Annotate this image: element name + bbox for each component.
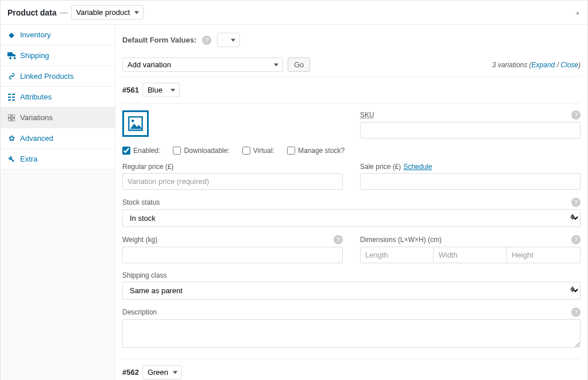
help-icon[interactable]: ? [571, 110, 581, 120]
attributes-icon [7, 94, 16, 101]
tab-variations[interactable]: Variations [1, 108, 115, 128]
stock-status-label: Stock status [122, 198, 160, 206]
tab-label: Variations [20, 113, 53, 122]
wrench-icon [7, 156, 16, 163]
description-label: Description [122, 308, 157, 316]
svg-rect-0 [8, 94, 11, 95]
add-variation-select[interactable]: Add variation [122, 57, 283, 72]
tab-linked-products[interactable]: Linked Products [1, 66, 115, 87]
shipping-icon [7, 52, 16, 59]
enabled-checkbox[interactable] [122, 147, 130, 155]
panel-collapse-toggle[interactable]: ▲ [575, 9, 581, 16]
tab-extra[interactable]: Extra [1, 149, 115, 170]
length-input[interactable] [360, 247, 434, 263]
expand-link[interactable]: Expand [532, 61, 555, 69]
svg-rect-7 [12, 114, 15, 117]
height-input[interactable] [507, 247, 581, 263]
link-icon [7, 72, 16, 80]
svg-rect-2 [8, 97, 11, 98]
schedule-link[interactable]: Schedule [403, 163, 432, 171]
tab-advanced[interactable]: ✿ Advanced [1, 128, 115, 149]
virtual-checkbox[interactable] [242, 147, 250, 155]
tab-label: Advanced [20, 134, 53, 143]
help-icon[interactable]: ? [571, 198, 581, 207]
panel-header: Product data — Variable product : ▲ [1, 1, 587, 25]
default-form-values-label: Default Form Values: [122, 36, 196, 44]
svg-rect-8 [8, 118, 11, 121]
manage-stock-checkbox[interactable] [287, 147, 295, 155]
sku-input[interactable] [360, 122, 581, 139]
variation-attribute-select[interactable]: Green [142, 365, 182, 379]
virtual-checkbox-label[interactable]: Virtual: [242, 147, 274, 155]
regular-price-input[interactable] [122, 173, 343, 190]
panel-title: Product data [7, 8, 57, 17]
downloadable-checkbox-label[interactable]: Downloadable: [173, 147, 229, 155]
variation-attribute-select[interactable]: Blue [142, 83, 180, 97]
close-link[interactable]: Close [560, 61, 578, 69]
variation-image-placeholder[interactable] [122, 110, 149, 137]
regular-price-label: Regular price (£) [122, 163, 173, 171]
weight-label: Weight (kg) [122, 236, 157, 244]
tab-label: Inventory [20, 30, 51, 39]
inventory-icon: ◆ [7, 30, 16, 39]
width-input[interactable] [434, 247, 507, 263]
stock-status-select[interactable]: In stock [122, 209, 581, 227]
svg-rect-5 [12, 99, 15, 101]
sale-price-input[interactable] [360, 173, 581, 190]
weight-input[interactable] [122, 247, 343, 263]
tab-attributes[interactable]: Attributes [1, 87, 115, 108]
shipping-class-select[interactable]: Same as parent [122, 282, 581, 300]
help-icon[interactable]: ? [202, 36, 211, 45]
sale-price-label: Sale price (£) [360, 163, 401, 171]
dimensions-label: Dimensions (L×W×H) (cm) [360, 236, 442, 244]
help-icon[interactable]: ? [334, 235, 343, 244]
svg-rect-3 [12, 97, 15, 98]
go-button[interactable]: Go [288, 57, 310, 72]
tab-label: Extra [20, 155, 37, 163]
gear-icon: ✿ [7, 134, 16, 143]
tab-label: Linked Products [20, 72, 74, 80]
svg-rect-1 [12, 94, 15, 95]
description-textarea[interactable] [122, 319, 581, 348]
product-type-select[interactable]: Variable product [71, 5, 144, 20]
enabled-checkbox-label[interactable]: Enabled: [122, 147, 160, 155]
variation-header[interactable]: #561 Blue [122, 77, 581, 103]
sku-label: SKU [360, 111, 374, 119]
help-icon[interactable]: ? [571, 235, 581, 244]
product-data-tabs: ◆ Inventory Shipping Linked Products [1, 25, 115, 380]
tab-label: Attributes [20, 93, 52, 101]
tab-shipping[interactable]: Shipping [1, 45, 115, 66]
variation-id: #561 [122, 86, 139, 94]
divider: : [147, 8, 154, 17]
shipping-class-label: Shipping class [122, 271, 167, 279]
variation-id: #562 [122, 368, 139, 377]
variation-count-text: 3 variations (Expand / Close) [492, 61, 581, 69]
variation-header[interactable]: #562 Green [122, 359, 581, 380]
svg-rect-6 [8, 114, 11, 117]
variations-icon [7, 114, 16, 121]
help-icon[interactable]: ? [571, 308, 581, 317]
title-dash: — [60, 8, 68, 17]
svg-rect-4 [8, 99, 11, 101]
manage-stock-checkbox-label[interactable]: Manage stock? [287, 147, 345, 155]
svg-point-11 [131, 120, 134, 122]
downloadable-checkbox[interactable] [173, 147, 181, 155]
svg-rect-9 [12, 118, 15, 121]
tab-inventory[interactable]: ◆ Inventory [1, 25, 115, 45]
default-form-value-select[interactable] [217, 33, 240, 47]
tab-label: Shipping [20, 51, 49, 60]
